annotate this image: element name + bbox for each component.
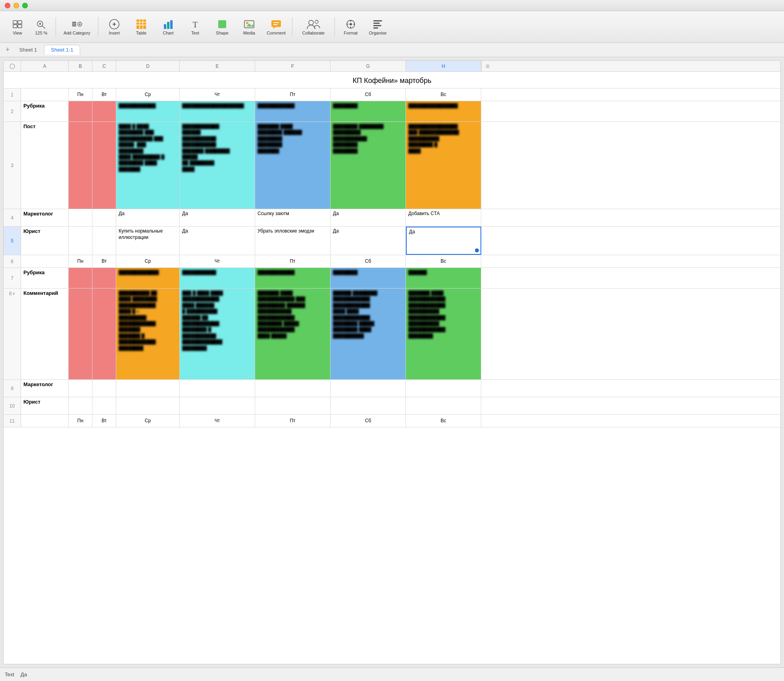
zoom-button[interactable]: 125 %: [30, 17, 52, 37]
cell-4-b[interactable]: [69, 209, 92, 226]
cell-2-b[interactable]: [69, 101, 92, 121]
cell-9-c[interactable]: [92, 380, 116, 397]
close-button[interactable]: [5, 3, 10, 8]
collaborate-button[interactable]: Collaborate: [296, 17, 331, 37]
cell-6-h[interactable]: Вс: [406, 255, 481, 267]
cell-3-c[interactable]: [92, 122, 116, 209]
sheet1-tab[interactable]: Sheet 1: [13, 45, 44, 54]
insert-button[interactable]: Insert: [102, 17, 127, 37]
sheet11-tab[interactable]: Sheet 1-1: [44, 45, 80, 55]
cell-2-c[interactable]: [92, 101, 116, 121]
cell-10-g[interactable]: [331, 397, 406, 414]
format-button[interactable]: Format: [338, 17, 363, 37]
cell-2-f[interactable]: ████████████: [255, 101, 331, 121]
col-header-d[interactable]: D: [116, 61, 180, 71]
cell-3-g[interactable]: ████████ ███████████████████████████████…: [331, 122, 406, 209]
col-header-e[interactable]: E: [180, 61, 255, 71]
cell-2-d[interactable]: ████████████: [116, 101, 180, 121]
cell-11-c[interactable]: Вт: [92, 415, 116, 427]
cell-10-c[interactable]: [92, 397, 116, 414]
cell-6-a[interactable]: [21, 255, 69, 267]
cell-4-d[interactable]: Да: [116, 209, 180, 226]
col-header-h[interactable]: H: [406, 61, 481, 71]
cell-6-b[interactable]: Пн: [69, 255, 92, 267]
cell-11-h[interactable]: Вс: [406, 415, 481, 427]
cell-7-a[interactable]: Рубрика: [21, 268, 69, 288]
cell-5-b[interactable]: [69, 227, 92, 255]
cell-11-e[interactable]: Чт: [180, 415, 255, 427]
cell-3-d[interactable]: ████ █ ████████████ ██████████████ █████…: [116, 122, 180, 209]
cell-10-e[interactable]: [180, 397, 255, 414]
cell-9-a[interactable]: Маркетолог: [21, 380, 69, 397]
cell-11-f[interactable]: Пт: [255, 415, 331, 427]
cell-8-b[interactable]: [69, 289, 92, 379]
cell-8-c[interactable]: [92, 289, 116, 379]
cell-8-d[interactable]: ██████████ ██████ ██████████████████████…: [116, 289, 180, 379]
cell-9-f[interactable]: [255, 380, 331, 397]
cell-2-a[interactable]: Рубрика: [21, 101, 69, 121]
cell-2-h[interactable]: ████████████████: [406, 101, 481, 121]
cell-7-e[interactable]: ███████████: [180, 268, 255, 288]
cell-5-d[interactable]: Купить нормальные иллюстрации: [116, 227, 180, 255]
cell-10-f[interactable]: [255, 397, 331, 414]
minimize-button[interactable]: [13, 3, 19, 8]
col-header-f[interactable]: F: [255, 61, 331, 71]
cell-10-h[interactable]: [406, 397, 481, 414]
cell-8-e[interactable]: ███ █ ████ ████████████████████ ███████ …: [180, 289, 255, 379]
cell-6-g[interactable]: Сб: [331, 255, 406, 267]
cell-8-a[interactable]: Комментарий: [21, 289, 69, 379]
cell-6-c[interactable]: Вт: [92, 255, 116, 267]
cell-9-e[interactable]: [180, 380, 255, 397]
cell-6-f[interactable]: Пт: [255, 255, 331, 267]
cell-5-c[interactable]: [92, 227, 116, 255]
cell-4-c[interactable]: [92, 209, 116, 226]
organise-button[interactable]: Organise: [365, 17, 390, 37]
cell-6-d[interactable]: Ср: [116, 255, 180, 267]
cell-5-f[interactable]: Убрать эпловские эмодзи: [255, 227, 331, 255]
cell-4-e[interactable]: Да: [180, 209, 255, 226]
cell-7-c[interactable]: [92, 268, 116, 288]
cell-11-b[interactable]: Пн: [69, 415, 92, 427]
comment-button[interactable]: Comment: [263, 17, 289, 37]
cell-1-b[interactable]: Пн: [69, 88, 92, 101]
cell-5-e[interactable]: Да: [180, 227, 255, 255]
maximize-button[interactable]: [22, 3, 28, 8]
cell-11-g[interactable]: Сб: [331, 415, 406, 427]
chart-button[interactable]: Chart: [156, 17, 181, 37]
cell-8-g[interactable]: ██████ █████████████████████████████████…: [331, 289, 406, 379]
cell-3-h[interactable]: ███████████████████ ████████████████████…: [406, 122, 481, 209]
table-button[interactable]: Table: [129, 17, 154, 37]
cell-9-g[interactable]: [331, 380, 406, 397]
col-header-c[interactable]: C: [92, 61, 116, 71]
text-button[interactable]: T Text: [183, 17, 208, 37]
cell-3-b[interactable]: [69, 122, 92, 209]
cell-1-d[interactable]: Ср: [116, 88, 180, 101]
cell-5-a[interactable]: Юрист: [21, 227, 69, 255]
cell-2-g[interactable]: ████████: [331, 101, 406, 121]
add-category-button[interactable]: Add Category: [59, 17, 95, 37]
cell-8-f[interactable]: ███████ ████████████████ ████████████ ██…: [255, 289, 331, 379]
cell-7-f[interactable]: ████████████: [255, 268, 331, 288]
cell-2-e[interactable]: ████████████████████: [180, 101, 255, 121]
col-header-a[interactable]: A: [21, 61, 69, 71]
cell-3-a[interactable]: Пост: [21, 122, 69, 209]
cell-1-h[interactable]: Вс: [406, 88, 481, 101]
cell-7-b[interactable]: [69, 268, 92, 288]
cell-11-d[interactable]: Ср: [116, 415, 180, 427]
col-header-g[interactable]: G: [331, 61, 406, 71]
cell-9-d[interactable]: [116, 380, 180, 397]
cell-1-e[interactable]: Чт: [180, 88, 255, 101]
cell-4-f[interactable]: Ссылку заютм: [255, 209, 331, 226]
cell-9-b[interactable]: [69, 380, 92, 397]
add-sheet-button[interactable]: +: [3, 46, 12, 54]
cell-10-b[interactable]: [69, 397, 92, 414]
cell-7-d[interactable]: █████████████: [116, 268, 180, 288]
cell-10-d[interactable]: [116, 397, 180, 414]
cell-3-f[interactable]: ███████ ████████████ ███████████████████…: [255, 122, 331, 209]
cell-4-h[interactable]: Добавить СТА: [406, 209, 481, 226]
shape-button[interactable]: Shape: [209, 17, 235, 37]
cell-4-a[interactable]: Маркетолог: [21, 209, 69, 226]
cell-6-e[interactable]: Чт: [180, 255, 255, 267]
cell-8-h[interactable]: ███████ ████████████████████████████████…: [406, 289, 481, 379]
cell-3-e[interactable]: ████████████████████████████████████████…: [180, 122, 255, 209]
